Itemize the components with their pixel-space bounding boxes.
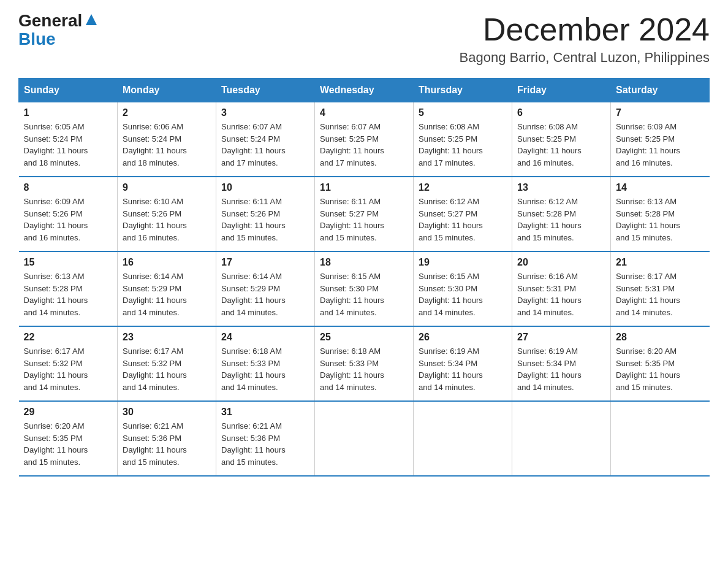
day-number: 2: [123, 107, 211, 118]
day-info: Sunrise: 6:20 AMSunset: 5:35 PMDaylight:…: [616, 345, 705, 393]
logo-blue-text: Blue: [18, 29, 56, 49]
week-row-4: 22 Sunrise: 6:17 AMSunset: 5:32 PMDaylig…: [19, 326, 710, 401]
calendar-cell: 31 Sunrise: 6:21 AMSunset: 5:36 PMDaylig…: [216, 401, 315, 476]
day-info: Sunrise: 6:14 AMSunset: 5:29 PMDaylight:…: [123, 270, 211, 318]
day-info: Sunrise: 6:09 AMSunset: 5:26 PMDaylight:…: [24, 196, 113, 243]
calendar-cell: 24 Sunrise: 6:18 AMSunset: 5:33 PMDaylig…: [216, 326, 315, 401]
logo-general-text: General: [18, 12, 82, 29]
calendar-cell: 6 Sunrise: 6:08 AMSunset: 5:25 PMDayligh…: [512, 102, 611, 177]
day-number: 20: [517, 257, 605, 268]
calendar-cell: 8 Sunrise: 6:09 AMSunset: 5:26 PMDayligh…: [19, 177, 118, 251]
calendar-header-row: Sunday Monday Tuesday Wednesday Thursday…: [19, 79, 710, 102]
day-info: Sunrise: 6:17 AMSunset: 5:32 PMDaylight:…: [24, 345, 113, 393]
calendar-cell: 15 Sunrise: 6:13 AMSunset: 5:28 PMDaylig…: [19, 251, 118, 326]
day-number: 7: [616, 107, 705, 118]
day-info: Sunrise: 6:11 AMSunset: 5:26 PMDaylight:…: [221, 196, 309, 243]
day-number: 10: [221, 182, 309, 193]
day-number: 25: [320, 332, 408, 343]
calendar-cell: 16 Sunrise: 6:14 AMSunset: 5:29 PMDaylig…: [118, 251, 216, 326]
calendar-cell: 13 Sunrise: 6:12 AMSunset: 5:28 PMDaylig…: [512, 177, 611, 251]
calendar-cell: [611, 401, 710, 476]
day-info: Sunrise: 6:19 AMSunset: 5:34 PMDaylight:…: [517, 345, 605, 393]
day-info: Sunrise: 6:21 AMSunset: 5:36 PMDaylight:…: [123, 420, 211, 468]
calendar-cell: 7 Sunrise: 6:09 AMSunset: 5:25 PMDayligh…: [611, 102, 710, 177]
day-info: Sunrise: 6:17 AMSunset: 5:32 PMDaylight:…: [123, 345, 211, 393]
day-info: Sunrise: 6:17 AMSunset: 5:31 PMDaylight:…: [616, 270, 705, 318]
day-number: 14: [616, 182, 705, 193]
day-number: 19: [419, 257, 507, 268]
day-info: Sunrise: 6:11 AMSunset: 5:27 PMDaylight:…: [320, 196, 408, 243]
day-number: 1: [24, 107, 113, 118]
day-info: Sunrise: 6:14 AMSunset: 5:29 PMDaylight:…: [221, 270, 309, 318]
day-number: 30: [123, 407, 211, 418]
calendar-cell: 9 Sunrise: 6:10 AMSunset: 5:26 PMDayligh…: [118, 177, 216, 251]
day-number: 16: [123, 257, 211, 268]
calendar-cell: 4 Sunrise: 6:07 AMSunset: 5:25 PMDayligh…: [315, 102, 414, 177]
day-number: 17: [221, 257, 309, 268]
day-info: Sunrise: 6:19 AMSunset: 5:34 PMDaylight:…: [419, 345, 507, 393]
day-number: 13: [517, 182, 605, 193]
day-info: Sunrise: 6:08 AMSunset: 5:25 PMDaylight:…: [517, 121, 605, 169]
calendar-cell: 28 Sunrise: 6:20 AMSunset: 5:35 PMDaylig…: [611, 326, 710, 401]
calendar-cell: 18 Sunrise: 6:15 AMSunset: 5:30 PMDaylig…: [315, 251, 414, 326]
day-number: 12: [419, 182, 507, 193]
calendar-cell: 11 Sunrise: 6:11 AMSunset: 5:27 PMDaylig…: [315, 177, 414, 251]
day-number: 21: [616, 257, 705, 268]
day-number: 5: [419, 107, 507, 118]
calendar-cell: [512, 401, 611, 476]
day-info: Sunrise: 6:15 AMSunset: 5:30 PMDaylight:…: [419, 270, 507, 318]
calendar-cell: 30 Sunrise: 6:21 AMSunset: 5:36 PMDaylig…: [118, 401, 216, 476]
week-row-2: 8 Sunrise: 6:09 AMSunset: 5:26 PMDayligh…: [19, 177, 710, 251]
calendar-cell: 3 Sunrise: 6:07 AMSunset: 5:24 PMDayligh…: [216, 102, 315, 177]
month-year-title: December 2024: [460, 12, 710, 47]
day-number: 8: [24, 182, 113, 193]
col-thursday: Thursday: [414, 79, 512, 102]
week-row-5: 29 Sunrise: 6:20 AMSunset: 5:35 PMDaylig…: [19, 401, 710, 476]
day-number: 29: [24, 407, 113, 418]
day-info: Sunrise: 6:08 AMSunset: 5:25 PMDaylight:…: [419, 121, 507, 169]
day-info: Sunrise: 6:07 AMSunset: 5:25 PMDaylight:…: [320, 121, 408, 169]
col-sunday: Sunday: [19, 79, 118, 102]
calendar-cell: 23 Sunrise: 6:17 AMSunset: 5:32 PMDaylig…: [118, 326, 216, 401]
calendar-cell: [414, 401, 512, 476]
day-number: 18: [320, 257, 408, 268]
calendar-cell: 2 Sunrise: 6:06 AMSunset: 5:24 PMDayligh…: [118, 102, 216, 177]
day-number: 31: [221, 407, 309, 418]
week-row-3: 15 Sunrise: 6:13 AMSunset: 5:28 PMDaylig…: [19, 251, 710, 326]
day-number: 27: [517, 332, 605, 343]
calendar-cell: 5 Sunrise: 6:08 AMSunset: 5:25 PMDayligh…: [414, 102, 512, 177]
calendar-cell: 1 Sunrise: 6:05 AMSunset: 5:24 PMDayligh…: [19, 102, 118, 177]
week-row-1: 1 Sunrise: 6:05 AMSunset: 5:24 PMDayligh…: [19, 102, 710, 177]
day-info: Sunrise: 6:15 AMSunset: 5:30 PMDaylight:…: [320, 270, 408, 318]
day-info: Sunrise: 6:05 AMSunset: 5:24 PMDaylight:…: [24, 121, 113, 169]
title-area: December 2024 Bagong Barrio, Central Luz…: [460, 12, 710, 66]
calendar-cell: 25 Sunrise: 6:18 AMSunset: 5:33 PMDaylig…: [315, 326, 414, 401]
calendar-cell: 10 Sunrise: 6:11 AMSunset: 5:26 PMDaylig…: [216, 177, 315, 251]
calendar-cell: 19 Sunrise: 6:15 AMSunset: 5:30 PMDaylig…: [414, 251, 512, 326]
day-number: 23: [123, 332, 211, 343]
col-saturday: Saturday: [611, 79, 710, 102]
col-friday: Friday: [512, 79, 611, 102]
day-info: Sunrise: 6:12 AMSunset: 5:28 PMDaylight:…: [517, 196, 605, 243]
day-info: Sunrise: 6:07 AMSunset: 5:24 PMDaylight:…: [221, 121, 309, 169]
header: General Blue December 2024 Bagong Barrio…: [18, 12, 710, 66]
col-tuesday: Tuesday: [216, 79, 315, 102]
day-number: 15: [24, 257, 113, 268]
col-wednesday: Wednesday: [315, 79, 414, 102]
calendar-cell: 29 Sunrise: 6:20 AMSunset: 5:35 PMDaylig…: [19, 401, 118, 476]
day-number: 4: [320, 107, 408, 118]
col-monday: Monday: [118, 79, 216, 102]
logo: General Blue: [18, 12, 97, 49]
day-info: Sunrise: 6:18 AMSunset: 5:33 PMDaylight:…: [320, 345, 408, 393]
day-number: 26: [419, 332, 507, 343]
day-info: Sunrise: 6:21 AMSunset: 5:36 PMDaylight:…: [221, 420, 309, 468]
calendar-table: Sunday Monday Tuesday Wednesday Thursday…: [18, 78, 710, 477]
calendar-cell: 12 Sunrise: 6:12 AMSunset: 5:27 PMDaylig…: [414, 177, 512, 251]
calendar-cell: 14 Sunrise: 6:13 AMSunset: 5:28 PMDaylig…: [611, 177, 710, 251]
calendar-cell: 27 Sunrise: 6:19 AMSunset: 5:34 PMDaylig…: [512, 326, 611, 401]
day-info: Sunrise: 6:09 AMSunset: 5:25 PMDaylight:…: [616, 121, 705, 169]
day-info: Sunrise: 6:16 AMSunset: 5:31 PMDaylight:…: [517, 270, 605, 318]
location-subtitle: Bagong Barrio, Central Luzon, Philippine…: [460, 50, 710, 66]
day-number: 3: [221, 107, 309, 118]
day-info: Sunrise: 6:06 AMSunset: 5:24 PMDaylight:…: [123, 121, 211, 169]
